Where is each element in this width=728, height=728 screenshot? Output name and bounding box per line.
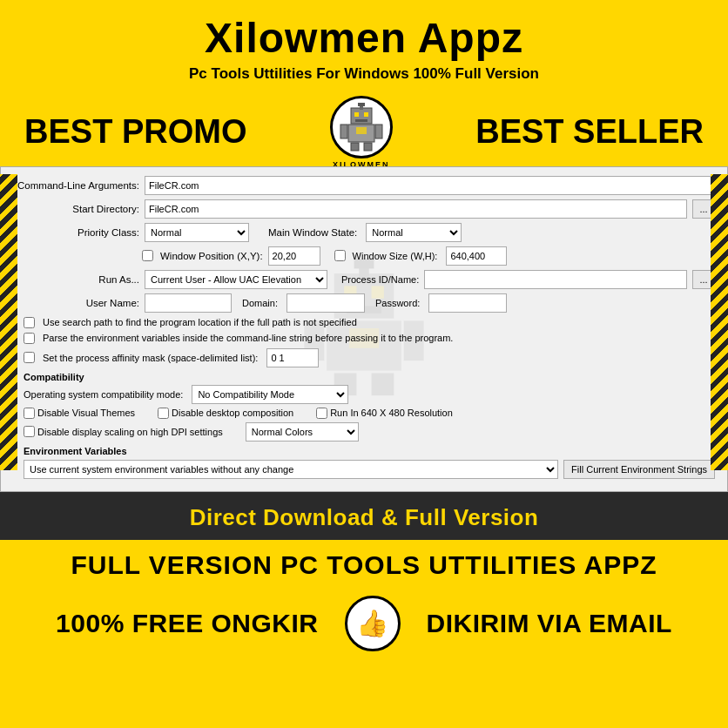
search-path-row: Use search path to find the program loca… xyxy=(13,317,715,328)
start-directory-label: Start Directory: xyxy=(13,204,139,214)
disable-composition-label: Disable desktop composition xyxy=(172,408,293,418)
app-subtitle: Pc Tools Uttilities For Windows 100% Ful… xyxy=(26,65,702,83)
window-size-checkbox[interactable] xyxy=(334,250,346,261)
disable-dpi-checkbox[interactable] xyxy=(24,426,35,437)
env-variables-row: Use current system environment variables… xyxy=(24,460,715,479)
svg-rect-10 xyxy=(351,143,359,151)
right-stripe xyxy=(711,174,728,470)
env-vars-checkbox[interactable] xyxy=(24,333,35,344)
disable-dpi-checkbox-label[interactable]: Disable display scaling on high DPI sett… xyxy=(24,426,223,437)
colors-select[interactable]: Normal Colors xyxy=(246,422,359,442)
dikirim-text: DIKIRIM VIA EMAIL xyxy=(427,609,672,638)
username-label: User Name: xyxy=(13,298,139,308)
compatibility-title: Compatibility xyxy=(24,372,715,382)
robot-icon xyxy=(337,103,386,152)
svg-rect-11 xyxy=(364,143,372,151)
window-size-label: Window Size (W,H): xyxy=(353,251,438,261)
run-640-checkbox-label[interactable]: Run In 640 X 480 Resolution xyxy=(316,408,453,419)
download-text: Direct Download & Full Version xyxy=(0,504,728,531)
window-position-input[interactable] xyxy=(268,246,320,266)
bottom-row: 100% FREE ONGKIR 👍 DIKIRIM VIA EMAIL xyxy=(0,587,728,664)
disable-composition-checkbox-label[interactable]: Disable desktop composition xyxy=(158,408,293,419)
affinity-input[interactable] xyxy=(266,348,319,367)
command-line-label: Command-Line Arguments: xyxy=(13,180,139,191)
window-position-checkbox[interactable] xyxy=(142,250,153,261)
svg-rect-5 xyxy=(355,119,367,122)
password-label: Password: xyxy=(375,298,420,308)
priority-window-row: Priority Class: Normal Main Window State… xyxy=(13,223,715,242)
process-id-label: Process ID/Name: xyxy=(341,274,419,285)
priority-class-label: Priority Class: xyxy=(13,227,139,238)
run-640-checkbox[interactable] xyxy=(316,408,327,419)
disable-composition-checkbox[interactable] xyxy=(158,408,169,419)
disable-themes-checkbox-label[interactable]: Disable Visual Themes xyxy=(24,408,135,419)
env-variables-title: Environment Variables xyxy=(24,446,715,456)
command-line-row: Command-Line Arguments: xyxy=(13,176,715,195)
disable-themes-label: Disable Visual Themes xyxy=(37,408,135,418)
search-path-checkbox[interactable] xyxy=(24,317,35,328)
password-input[interactable] xyxy=(428,293,507,313)
full-version-section: FULL VERSION PC TOOLS UTTILITIES APPZ xyxy=(0,540,728,587)
search-path-label: Use search path to find the program loca… xyxy=(43,317,357,327)
credentials-row: User Name: Domain: Password: xyxy=(13,293,715,313)
main-window-label: Main Window State: xyxy=(268,227,357,238)
full-version-text: FULL VERSION PC TOOLS UTTILITIES APPZ xyxy=(0,550,728,580)
env-vars-row: Parse the environment variables inside t… xyxy=(13,333,715,344)
logo-center: XILOWMEN xyxy=(330,96,393,169)
download-banner: Direct Download & Full Version xyxy=(0,492,728,540)
runas-label: Run As... xyxy=(13,274,139,285)
command-line-input[interactable] xyxy=(145,176,715,195)
left-stripe xyxy=(0,174,17,470)
domain-input[interactable] xyxy=(286,293,365,313)
window-position-label: Window Position (X,Y): xyxy=(160,251,263,261)
app-title: Xilowmen Appz xyxy=(26,16,702,62)
runas-select[interactable]: Current User - Allow UAC Elevation xyxy=(145,270,327,289)
env-select[interactable]: Use current system environment variables… xyxy=(24,460,558,479)
process-id-input[interactable] xyxy=(424,270,687,289)
disable-dpi-label: Disable display scaling on high DPI sett… xyxy=(37,427,223,437)
disable-themes-checkbox[interactable] xyxy=(24,408,35,419)
affinity-checkbox[interactable] xyxy=(24,352,35,363)
username-input[interactable] xyxy=(145,293,232,313)
runas-processid-row: Run As... Current User - Allow UAC Eleva… xyxy=(13,270,715,289)
start-directory-row: Start Directory: ... xyxy=(13,199,715,219)
fill-env-button[interactable]: Fill Current Environment Strings xyxy=(563,460,715,479)
thumbs-up-icon: 👍 xyxy=(345,596,401,651)
svg-rect-8 xyxy=(340,125,347,138)
svg-rect-2 xyxy=(358,103,365,106)
domain-label: Domain: xyxy=(242,298,278,308)
affinity-row: Set the process affinity mask (space-del… xyxy=(13,348,715,367)
software-ui-panel: Command-Line Arguments: Start Directory:… xyxy=(0,166,728,492)
svg-rect-3 xyxy=(354,112,359,117)
logo-circle xyxy=(330,96,393,158)
main-window-select[interactable]: Normal xyxy=(366,223,462,242)
svg-rect-7 xyxy=(356,127,367,134)
free-ongkir-text: 100% FREE ONGKIR xyxy=(56,609,318,638)
svg-rect-9 xyxy=(375,125,382,138)
os-compat-label: Operating system compatibility mode: xyxy=(24,389,183,400)
env-vars-label: Parse the environment variables inside t… xyxy=(43,333,453,343)
best-promo-label: BEST PROMO xyxy=(17,111,253,152)
os-compat-select[interactable]: No Compatibility Mode xyxy=(192,385,348,404)
position-size-row: Window Position (X,Y): Window Size (W,H)… xyxy=(13,246,715,266)
svg-rect-4 xyxy=(364,112,368,117)
best-seller-label: BEST SELLER xyxy=(468,111,711,152)
affinity-label: Set the process affinity mask (space-del… xyxy=(43,353,258,363)
start-directory-input[interactable] xyxy=(145,199,687,219)
priority-class-select[interactable]: Normal xyxy=(145,223,249,242)
run-640-label: Run In 640 X 480 Resolution xyxy=(330,408,453,418)
window-size-input[interactable] xyxy=(446,246,507,266)
